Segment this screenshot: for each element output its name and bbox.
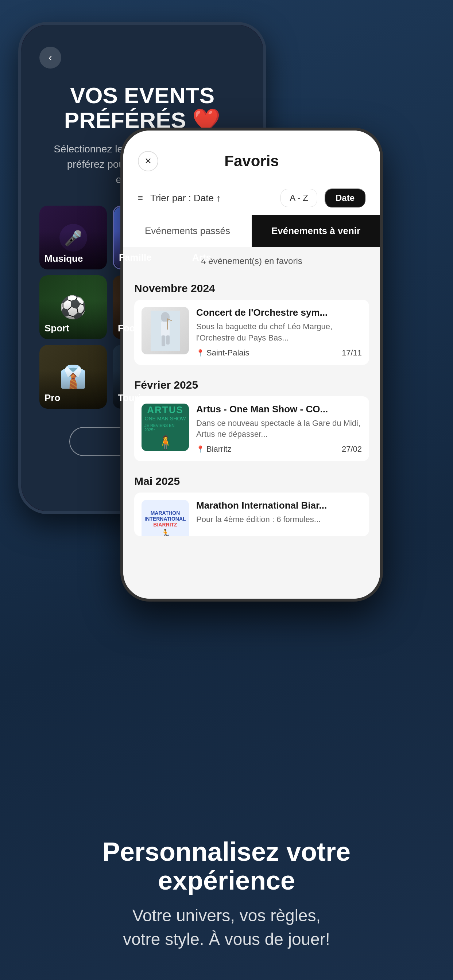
event-name-artus: Artus - One Man Show - CO... xyxy=(196,404,362,415)
location-icon-2: 📍 xyxy=(196,445,204,453)
svg-point-3 xyxy=(161,312,170,322)
category-musique[interactable]: 🎤 Musique xyxy=(39,205,107,269)
bottom-title: Personnalisez votreexpérience xyxy=(29,837,424,895)
svg-rect-8 xyxy=(166,336,170,345)
page-title: VOS EVENTS PRÉFÉRÉS ❤️ xyxy=(64,83,220,133)
close-button[interactable]: ✕ xyxy=(138,151,158,171)
svg-rect-7 xyxy=(161,336,165,346)
svg-rect-4 xyxy=(161,321,170,336)
category-sport[interactable]: ⚽ Sport xyxy=(39,275,107,339)
event-meta-artus: 📍 Biarritz 27/02 xyxy=(196,444,362,454)
category-arts-label: Arts xyxy=(192,252,211,263)
event-thumb-concert xyxy=(142,307,189,355)
event-thumb-artus: ARTUS ONE MAN SHOW JE REVIENS EN 2025* 🧍 xyxy=(142,404,189,451)
bottom-subtitle: Votre univers, vos règles,votre style. À… xyxy=(29,904,424,951)
event-card-marathon[interactable]: MARATHONINTERNATIONALBIARRITZ 🏃 Marathon… xyxy=(134,493,369,536)
event-thumb-marathon: MARATHONINTERNATIONALBIARRITZ 🏃 xyxy=(142,500,189,536)
sort-az-button[interactable]: A - Z xyxy=(281,189,317,207)
location-icon: 📍 xyxy=(196,349,204,357)
event-desc-artus: Dans ce nouveau spectacle à la Gare du M… xyxy=(196,418,362,441)
filter-icon: ≡ xyxy=(138,193,143,203)
month-mai: Mai 2025 xyxy=(134,468,369,493)
event-date-artus: 27/02 xyxy=(342,444,362,454)
events-content: Novembre 2024 xyxy=(123,275,380,599)
back-button[interactable]: ‹ xyxy=(39,47,61,68)
category-pro-label: Pro xyxy=(45,392,60,404)
event-info-artus: Artus - One Man Show - CO... Dans ce nou… xyxy=(196,404,362,454)
sort-label: Trier par : Date ↑ xyxy=(150,192,273,204)
month-fevrier: Février 2025 xyxy=(134,372,369,396)
event-card-artus[interactable]: ARTUS ONE MAN SHOW JE REVIENS EN 2025* 🧍… xyxy=(134,396,369,461)
event-location-concert: 📍 Saint-Palais xyxy=(196,348,249,358)
favoris-header: ✕ Favoris xyxy=(123,130,380,181)
category-food-label: Food xyxy=(118,323,141,334)
category-famille-label: Famille xyxy=(119,252,152,263)
sort-bar: ≡ Trier par : Date ↑ A - Z Date xyxy=(123,181,380,215)
category-pro[interactable]: 👔 Pro xyxy=(39,345,107,409)
bottom-section: Personnalisez votreexpérience Votre univ… xyxy=(0,837,453,951)
phone2-device: ✕ Favoris ≡ Trier par : Date ↑ A - Z Dat… xyxy=(120,127,383,601)
event-date-concert: 17/11 xyxy=(342,348,362,358)
month-novembre: Novembre 2024 xyxy=(134,275,369,300)
favoris-title: Favoris xyxy=(224,153,279,170)
events-count: 4 événement(s) en favoris xyxy=(123,247,380,275)
event-desc-marathon: Pour la 4ème édition : 6 formules... xyxy=(196,514,362,525)
event-name-marathon: Marathon International Biar... xyxy=(196,500,362,511)
sort-date-button[interactable]: Date xyxy=(325,188,365,207)
event-tabs: Evénements passés Evénements à venir xyxy=(123,215,380,247)
event-desc-concert: Sous la baguette du chef Léo Margue, l'O… xyxy=(196,321,362,344)
event-meta-concert: 📍 Saint-Palais 17/11 xyxy=(196,348,362,358)
tab-upcoming-events[interactable]: Evénements à venir xyxy=(252,215,380,247)
category-sport-label: Sport xyxy=(45,323,69,334)
event-info-marathon: Marathon International Biar... Pour la 4… xyxy=(196,500,362,530)
event-location-artus: 📍 Biarritz xyxy=(196,444,231,454)
category-musique-label: Musique xyxy=(45,253,83,264)
event-name-concert: Concert de l'Orchestre sym... xyxy=(196,307,362,318)
event-card-concert[interactable]: Concert de l'Orchestre sym... Sous la ba… xyxy=(134,300,369,365)
category-tourisme-label: Tourisme xyxy=(118,392,160,404)
event-info-concert: Concert de l'Orchestre sym... Sous la ba… xyxy=(196,307,362,358)
tab-past-events[interactable]: Evénements passés xyxy=(123,215,252,247)
svg-rect-5 xyxy=(167,319,168,329)
